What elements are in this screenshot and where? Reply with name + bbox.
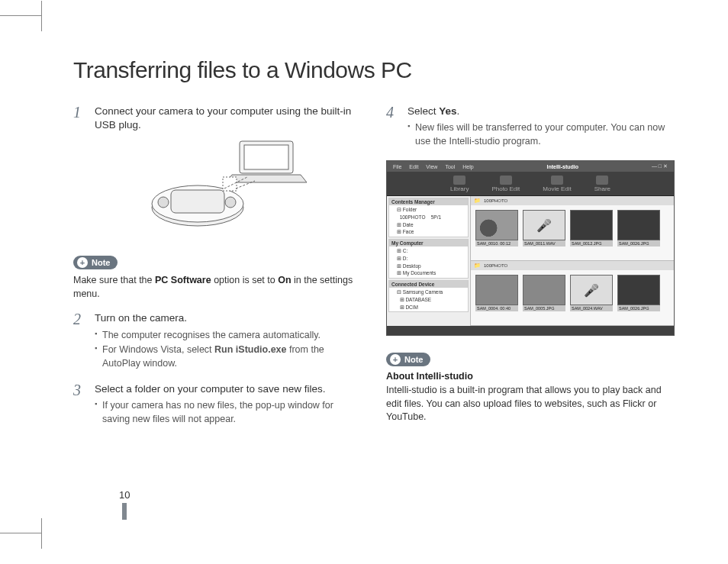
note-badge: + Note: [73, 256, 118, 269]
sidebar-contents-manager: Contents Manager ⊟ Folder 100PHOTO 5P/1 …: [388, 198, 469, 237]
pane-header: 100PHOTO: [471, 261, 674, 270]
t: SAM_0012.JPG: [570, 240, 613, 247]
two-column-layout: 1 Connect your camera to your computer u…: [73, 105, 675, 438]
menu-item: Tool: [445, 164, 455, 169]
t: SAM_0026.JPG: [617, 305, 660, 311]
app-footer: [387, 326, 674, 335]
step-3-bullets: If your camera has no new files, the pop…: [95, 399, 362, 426]
page-content: Transferring files to a Windows PC 1 Con…: [73, 57, 675, 533]
thumbnail: SAM_0026.JPG: [617, 275, 660, 321]
crop-mark-top-left: [0, 15, 42, 32]
t: SAM_0004. 00:40: [475, 305, 518, 311]
plus-icon: +: [77, 257, 88, 268]
t: SAM_0026.JPG: [617, 240, 660, 247]
step-body: Select Yes. New files will be transferre…: [407, 105, 675, 150]
sidebar-my-computer: My Computer ⊞ C: ⊞ D: ⊞ Desktop ⊞ My Doc…: [388, 239, 469, 279]
svg-point-6: [225, 197, 236, 208]
toolbar-photo-edit: Photo Edit: [491, 176, 520, 192]
step-4: 4 Select Yes. New files will be transfer…: [386, 105, 675, 150]
sidebar-connected-device: Connected Device ⊟ Samsung Camera ⊞ DATA…: [388, 280, 469, 312]
note-label: Note: [404, 355, 423, 364]
step-body: Select a folder on your computer to save…: [95, 382, 362, 427]
step-number: 3: [73, 382, 85, 427]
t: DCIM: [405, 305, 418, 310]
step-4-bullets: New files will be transferred to your co…: [407, 121, 675, 148]
thumbnail: SAM_0024.WAV: [570, 275, 613, 321]
t: D:: [403, 256, 408, 261]
t: SAM_0011.WAV: [523, 240, 565, 247]
t: Connected Device: [389, 281, 468, 288]
t: Face: [403, 229, 414, 234]
page-number-text: 10: [119, 489, 130, 501]
left-column: 1 Connect your camera to your computer u…: [73, 105, 362, 438]
t: Samsung Camera: [403, 289, 443, 295]
app-sidebar: Contents Manager ⊟ Folder 100PHOTO 5P/1 …: [387, 196, 471, 326]
window-controls: — □ ✕: [652, 163, 668, 169]
t: ⊟ Folder 100PHOTO 5P/1 ⊞ Date ⊞ Face: [389, 205, 468, 237]
t: SAM_0024.WAV: [570, 305, 613, 311]
step-3-head: Select a folder on your computer to save…: [95, 382, 362, 396]
toolbar-library: Library: [450, 176, 469, 192]
t: ⊞ C: ⊞ D: ⊞ Desktop ⊞ My Documents: [389, 247, 468, 278]
t: Run iStudio.exe: [214, 344, 286, 355]
svg-rect-1: [244, 145, 288, 169]
pane-top: 100PHOTO SAM_0010. 00:12 SAM_0011.WAV SA…: [471, 196, 674, 261]
step-number: 2: [73, 311, 85, 372]
t: Movie Edit: [543, 185, 571, 192]
page-number-bar: [122, 503, 127, 520]
app-title: Intelli-studio: [546, 164, 578, 169]
t: My Documents: [403, 270, 436, 276]
t: Select: [407, 105, 439, 117]
plus-icon: +: [390, 354, 401, 365]
pane-bottom: 100PHOTO SAM_0004. 00:40 SAM_0005.JPG SA…: [471, 261, 674, 326]
t: For Windows Vista, select: [102, 344, 214, 355]
t: C:: [403, 248, 408, 253]
step-body: Turn on the camera. The computer recogni…: [95, 311, 362, 372]
t: On: [278, 275, 291, 285]
note-label: Note: [92, 258, 110, 267]
note-badge: + Note: [386, 353, 430, 366]
t: Make sure that the: [73, 275, 155, 285]
toolbar-share: Share: [594, 176, 610, 192]
bullet: The computer recognises the camera autom…: [95, 329, 362, 343]
bullet: New files will be transferred to your co…: [407, 121, 675, 148]
step-3: 3 Select a folder on your computer to sa…: [73, 382, 362, 427]
page-title: Transferring files to a Windows PC: [73, 57, 675, 83]
about-heading: About Intelli-studio: [386, 371, 675, 382]
t: option is set to: [211, 275, 279, 285]
t: Folder: [403, 207, 417, 212]
step-text: Connect your camera to your computer usi…: [95, 105, 362, 239]
menu-item: View: [426, 164, 437, 169]
app-menubar: File Edit View Tool Help Intelli-studio …: [387, 161, 674, 172]
note-text-1: Make sure that the PC Software option is…: [73, 274, 362, 301]
thumbnail: SAM_0004. 00:40: [475, 275, 518, 321]
thumbnail: SAM_0005.JPG: [523, 275, 565, 321]
step-4-head: Select Yes.: [407, 105, 675, 118]
t: Library: [450, 185, 469, 192]
toolbar-movie-edit: Movie Edit: [543, 176, 571, 192]
thumbnail: SAM_0010. 00:12: [475, 210, 518, 256]
app-content: 100PHOTO SAM_0010. 00:12 SAM_0011.WAV SA…: [471, 196, 674, 326]
t: SAM_0005.JPG: [523, 305, 565, 311]
step-number: 1: [73, 105, 85, 239]
about-text: Intelli-studio is a built-in program tha…: [386, 384, 675, 424]
crop-mark-bottom-left: [0, 533, 42, 533]
svg-rect-7: [223, 177, 237, 191]
t: Share: [594, 185, 610, 192]
menu-item: File: [393, 164, 401, 169]
t: 100PHOTO: [400, 214, 426, 220]
t: SAM_0010. 00:12: [475, 240, 518, 247]
t: DATABASE: [405, 297, 431, 302]
svg-point-5: [158, 197, 169, 208]
t: .: [457, 105, 460, 117]
app-toolbar: Library Photo Edit Movie Edit Share: [387, 172, 674, 196]
step-2-bullets: The computer recognises the camera autom…: [95, 329, 362, 371]
bullet: For Windows Vista, select Run iStudio.ex…: [95, 343, 362, 370]
step-1: 1 Connect your camera to your computer u…: [73, 105, 362, 239]
pane-header: 100PHOTO: [471, 196, 674, 205]
thumbs-row: SAM_0004. 00:40 SAM_0005.JPG SAM_0024.WA…: [471, 270, 674, 325]
step-1-text: Connect your camera to your computer usi…: [95, 105, 362, 132]
t: Date: [403, 222, 414, 227]
step-2: 2 Turn on the camera. The computer recog…: [73, 311, 362, 372]
t: Yes: [439, 105, 456, 117]
